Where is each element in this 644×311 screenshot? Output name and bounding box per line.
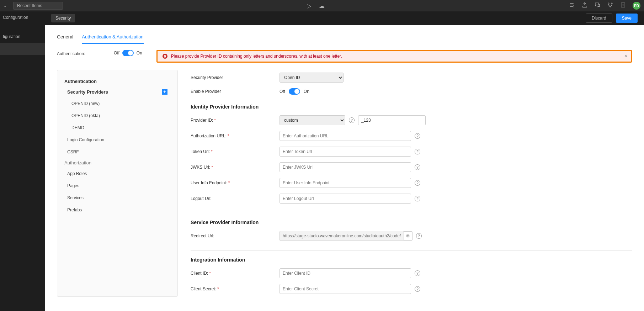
redirect-url-input xyxy=(280,231,404,241)
tab-general[interactable]: General xyxy=(57,31,73,44)
provider-id-help-icon[interactable]: ? xyxy=(349,117,355,123)
project-chevron-icon[interactable]: ⌄ xyxy=(4,4,7,8)
error-icon: ✖ xyxy=(163,54,167,59)
auth-url-help-icon[interactable]: ? xyxy=(415,133,420,139)
enable-provider-toggle[interactable] xyxy=(289,88,300,95)
enable-provider-label: Enable Provider xyxy=(191,89,280,94)
authentication-label: Authentication: xyxy=(57,50,100,56)
recent-items-dropdown[interactable]: Recent Items xyxy=(13,2,63,10)
jwks-url-label: JWKS Url: xyxy=(191,165,210,170)
redirect-url-label: Redirect Url: xyxy=(191,233,214,238)
auth-url-label: Authorization URL: xyxy=(191,133,227,138)
add-file-icon[interactable] xyxy=(620,2,626,10)
alert-close-icon[interactable]: × xyxy=(624,53,627,59)
authz-item-1[interactable]: Pages xyxy=(61,180,174,192)
sidepanel-auth-header: Authentication xyxy=(61,77,174,86)
jwks-url-input[interactable] xyxy=(280,162,411,172)
left-nav: Configuration figuration xyxy=(0,11,45,311)
client-secret-label: Client Secret: xyxy=(191,286,216,291)
branch-icon[interactable] xyxy=(607,2,613,10)
save-button[interactable]: Save xyxy=(616,14,638,23)
svg-point-0 xyxy=(608,3,609,4)
tab-auth[interactable]: Authentication & Authorization xyxy=(82,31,143,44)
client-id-label: Client ID: xyxy=(191,271,208,276)
enable-on-label: On xyxy=(304,89,309,94)
provider-id-label: Provider ID: xyxy=(191,118,213,123)
topbar: ⌄ Recent Items ▷ ☁ PD xyxy=(0,0,644,11)
add-provider-button[interactable]: + xyxy=(162,89,167,95)
discard-button[interactable]: Discard xyxy=(586,14,612,23)
auth-url-input[interactable] xyxy=(280,131,411,141)
token-url-help-icon[interactable]: ? xyxy=(415,149,420,154)
userinfo-label: User Info Endpoint: xyxy=(191,180,227,185)
logout-url-input[interactable] xyxy=(280,194,411,204)
client-id-help-icon[interactable]: ? xyxy=(415,270,420,276)
logout-url-help-icon[interactable]: ? xyxy=(415,196,420,201)
sidepanel-authz-header: Authorization xyxy=(61,158,174,168)
service-header: Service Provider Information xyxy=(191,220,632,225)
token-url-label: Token Url: xyxy=(191,149,210,154)
logout-url-label: Logout Url: xyxy=(191,196,212,201)
sidepanel: Authentication Security Providers + OPEN… xyxy=(57,70,178,297)
auth-off-label: Off xyxy=(114,51,119,56)
checklist-icon[interactable] xyxy=(569,2,575,10)
avatar[interactable]: PD xyxy=(633,2,640,10)
cloud-upload-icon[interactable]: ☁ xyxy=(319,2,325,9)
provider-item-2[interactable]: DEMO xyxy=(61,122,174,134)
provider-item-1[interactable]: OPENID (okta) xyxy=(61,110,174,122)
client-id-input[interactable] xyxy=(280,268,411,278)
tabs: General Authentication & Authorization xyxy=(57,31,632,44)
leftnav-item-configuration[interactable]: Configuration xyxy=(0,11,45,23)
enable-off-label: Off xyxy=(280,89,285,94)
form-area: Security Provider Open ID Enable Provide… xyxy=(178,70,632,297)
copy-redirect-icon[interactable]: ⧉ xyxy=(404,231,413,241)
page-header: Security Discard Save xyxy=(45,11,644,25)
svg-point-1 xyxy=(611,3,612,4)
page-title: Security xyxy=(51,14,75,22)
authentication-toggle[interactable] xyxy=(122,50,134,56)
leftnav-item-figuration[interactable]: figuration xyxy=(0,31,45,43)
authz-item-0[interactable]: App Roles xyxy=(61,168,174,180)
security-provider-select[interactable]: Open ID xyxy=(280,73,344,83)
sidepanel-csrf[interactable]: CSRF xyxy=(61,146,174,158)
client-secret-help-icon[interactable]: ? xyxy=(415,286,420,292)
auth-on-label: On xyxy=(137,51,142,56)
authz-item-2[interactable]: Services xyxy=(61,192,174,204)
integration-header: Integration Information xyxy=(191,257,632,263)
chat-icon[interactable] xyxy=(594,2,601,10)
client-secret-input[interactable] xyxy=(280,284,411,294)
userinfo-input[interactable] xyxy=(280,178,411,188)
token-url-input[interactable] xyxy=(280,147,411,157)
provider-item-0[interactable]: OPENID (new) xyxy=(61,97,174,110)
export-icon[interactable] xyxy=(581,2,588,10)
provider-id-select[interactable]: custom xyxy=(280,115,345,125)
identity-header: Identity Provider Information xyxy=(191,104,632,110)
alert-message: Please provide Provider ID containing on… xyxy=(171,54,342,59)
redirect-help-icon[interactable]: ? xyxy=(416,233,422,239)
sidepanel-security-providers[interactable]: Security Providers xyxy=(67,89,108,95)
provider-id-input[interactable] xyxy=(358,115,426,125)
sidepanel-login-config[interactable]: Login Configuration xyxy=(61,134,174,146)
run-icon[interactable]: ▷ xyxy=(307,2,311,9)
jwks-url-help-icon[interactable]: ? xyxy=(415,164,420,170)
leftnav-item-selected[interactable] xyxy=(0,43,45,55)
userinfo-help-icon[interactable]: ? xyxy=(415,180,420,186)
security-provider-label: Security Provider xyxy=(191,75,280,80)
authz-item-3[interactable]: Prefabs xyxy=(61,204,174,216)
validation-alert: ✖ Please provide Provider ID containing … xyxy=(156,50,632,63)
